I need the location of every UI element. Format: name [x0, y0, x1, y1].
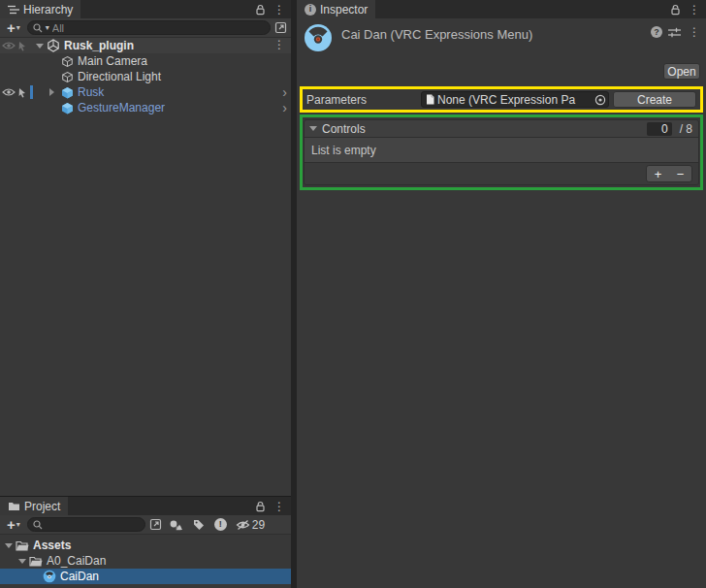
tab-hierarchy[interactable]: Hierarchy: [0, 0, 80, 18]
search-filter-caret-icon: ▾: [46, 23, 49, 32]
tab-project[interactable]: Project: [0, 497, 68, 515]
tab-inspector-label: Inspector: [320, 3, 368, 16]
hierarchy-tabbar: Hierarchy ⋮: [0, 0, 291, 18]
pickability-cursor-icon[interactable]: [16, 87, 28, 98]
row-gutter: [0, 84, 33, 100]
info-icon: i: [305, 4, 316, 16]
project-toolbar: + ▾ !: [0, 515, 291, 535]
light-object-icon: [60, 70, 74, 83]
prefab-cube-icon: [60, 101, 74, 114]
prefab-open-chevron-icon[interactable]: ›: [282, 85, 287, 99]
asset-document-icon: [426, 94, 434, 105]
list-add-button[interactable]: +: [647, 166, 669, 181]
folder-name: Assets: [33, 539, 71, 552]
hierarchy-row-main-camera[interactable]: Main Camera: [0, 53, 291, 69]
controls-count-field[interactable]: 0: [647, 122, 672, 136]
hierarchy-search-input[interactable]: [52, 22, 265, 34]
hierarchy-add-button[interactable]: + ▾: [4, 20, 23, 35]
unlock-icon[interactable]: [670, 4, 681, 16]
open-button[interactable]: Open: [663, 63, 700, 80]
foldout-triangle[interactable]: [45, 88, 58, 96]
object-field-value: None (VRC Expression Pa: [437, 93, 592, 107]
hierarchy-list-icon: [8, 5, 19, 15]
prefab-open-chevron-icon[interactable]: ›: [282, 101, 287, 114]
unlock-icon[interactable]: [255, 4, 266, 16]
inspector-tabbar: i Inspector ⋮: [297, 0, 706, 18]
controls-footer: + −: [305, 163, 698, 184]
create-button[interactable]: Create: [613, 91, 696, 108]
open-search-window-icon[interactable]: [149, 518, 162, 531]
panel-menu-icon[interactable]: ⋮: [272, 501, 287, 512]
parameters-object-field[interactable]: None (VRC Expression Pa: [421, 91, 609, 108]
controls-header[interactable]: Controls 0 / 8: [305, 120, 698, 138]
scene-name: Rusk_plugin: [64, 39, 134, 52]
hierarchy-panel: Hierarchy ⋮ + ▾ ▾: [0, 0, 291, 496]
exclamation-circle-icon[interactable]: !: [211, 518, 230, 531]
prefab-name: GestureManager: [78, 101, 165, 114]
tab-hierarchy-label: Hierarchy: [23, 3, 73, 16]
tab-inspector[interactable]: i Inspector: [297, 0, 375, 18]
list-empty-label: List is empty: [311, 144, 376, 157]
camera-object-icon: [60, 54, 74, 68]
folder-name: A0_CaiDan: [47, 554, 106, 568]
project-add-button[interactable]: + ▾: [4, 517, 23, 532]
foldout-triangle[interactable]: [2, 543, 16, 548]
asset-header: Cai Dan (VRC Expressions Menu) ? ⋮: [297, 18, 706, 63]
row-gutter: [0, 100, 33, 115]
hierarchy-row-gesturemanager[interactable]: GestureManager ›: [0, 100, 291, 115]
vrc-expressions-menu-asset-icon: [43, 570, 56, 583]
controls-empty-row: List is empty: [305, 138, 698, 163]
foldout-triangle[interactable]: [33, 44, 47, 49]
hidden-packages-count: 29: [252, 518, 265, 532]
hierarchy-row-scene[interactable]: Rusk_plugin ⋮: [0, 38, 291, 53]
presets-icon[interactable]: [668, 27, 681, 38]
hierarchy-toolbar: + ▾ ▾: [0, 18, 291, 38]
search-icon: [33, 520, 43, 530]
project-search-field[interactable]: [27, 517, 145, 532]
hierarchy-tree: Rusk_plugin ⋮ Main Camera Directional Li…: [0, 38, 291, 115]
list-remove-button[interactable]: −: [669, 166, 691, 181]
plus-icon: +: [7, 20, 16, 35]
search-by-label-tag-icon[interactable]: [189, 519, 208, 531]
folder-icon: [8, 501, 20, 511]
prefab-cube-icon: [60, 85, 74, 99]
panel-menu-icon[interactable]: ⋮: [272, 4, 287, 16]
hidden-packages-toggle[interactable]: 29: [234, 518, 267, 532]
scene-menu-icon[interactable]: ⋮: [272, 39, 287, 50]
foldout-triangle[interactable]: [308, 126, 318, 131]
hierarchy-search-field[interactable]: ▾: [27, 20, 271, 35]
hierarchy-row-rusk[interactable]: Rusk ›: [0, 84, 291, 100]
help-icon[interactable]: ?: [651, 26, 662, 38]
tab-project-label: Project: [24, 500, 60, 513]
project-search-input[interactable]: [46, 519, 183, 531]
pickability-cursor-icon[interactable]: [16, 41, 28, 51]
visibility-eye-icon[interactable]: [2, 41, 16, 50]
project-row-a0-caidan[interactable]: A0_CaiDan: [0, 553, 291, 569]
unlock-icon[interactable]: [255, 501, 266, 512]
controls-list: Controls 0 / 8 List is empty + −: [304, 119, 699, 185]
vrc-expressions-menu-large-icon: [304, 23, 333, 52]
project-row-assets[interactable]: Assets: [0, 538, 291, 553]
inspector-panel: i Inspector ⋮ Cai Dan (VRC Expressions M…: [297, 0, 706, 588]
isolation-blue-bar: [30, 85, 33, 99]
unity-scene-icon: [47, 39, 60, 52]
panel-menu-icon[interactable]: ⋮: [687, 4, 702, 16]
unity-editor-window: Hierarchy ⋮ + ▾ ▾: [0, 0, 706, 588]
object-picker-icon[interactable]: [594, 94, 606, 106]
asset-name: CaiDan: [60, 570, 99, 583]
foldout-triangle[interactable]: [16, 559, 29, 564]
parameters-row: Parameters None (VRC Expression Pa Creat…: [303, 89, 700, 110]
asset-title: Cai Dan (VRC Expressions Menu): [341, 27, 532, 42]
eye-off-icon: [236, 519, 250, 531]
caret-down-icon: ▾: [16, 520, 20, 529]
open-search-window-icon[interactable]: [274, 21, 287, 34]
component-menu-icon[interactable]: ⋮: [687, 26, 702, 38]
controls-max-label: / 8: [680, 122, 692, 136]
row-gutter: [0, 53, 33, 69]
project-row-caidan-selected[interactable]: CaiDan: [0, 569, 291, 584]
visibility-eye-icon[interactable]: [2, 87, 16, 97]
caret-down-icon: ▾: [16, 23, 20, 32]
prefab-name: Rusk: [78, 85, 104, 99]
hierarchy-row-directional-light[interactable]: Directional Light: [0, 69, 291, 84]
search-by-type-icon[interactable]: [166, 519, 185, 531]
